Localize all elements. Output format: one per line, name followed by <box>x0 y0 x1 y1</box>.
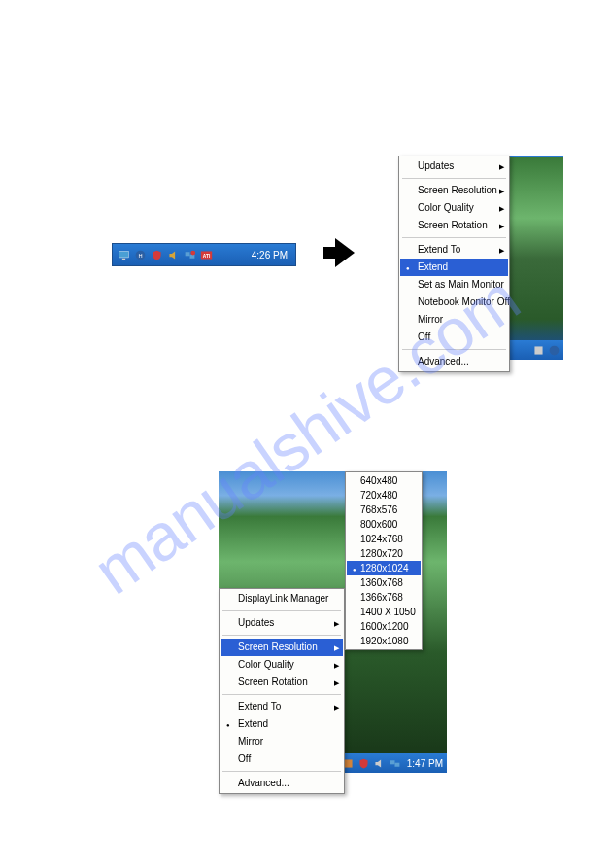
svg-text:H: H <box>138 252 142 258</box>
menu-item[interactable]: 720x480 <box>347 488 421 503</box>
menu-item[interactable]: 1400 X 1050 <box>347 605 421 619</box>
menu-separator <box>402 178 506 179</box>
resolution-submenu[interactable]: 640x480720x480768x576800x6001024x7681280… <box>345 471 423 650</box>
menu-item[interactable]: Off <box>221 750 343 768</box>
menu-item[interactable]: 768x576 <box>347 503 421 517</box>
menu-separator <box>402 349 506 350</box>
taskbar-strip <box>510 340 563 360</box>
audio-icon[interactable] <box>373 756 387 770</box>
svg-point-6 <box>190 250 195 255</box>
network-icon[interactable] <box>389 756 402 770</box>
menu-item[interactable]: 800x600 <box>347 517 421 532</box>
shield-icon[interactable] <box>150 248 163 261</box>
menu-item[interactable]: 1366x768 <box>347 590 421 605</box>
menu-separator <box>222 694 341 695</box>
shield-icon[interactable] <box>357 756 371 770</box>
network-icon[interactable] <box>183 248 196 261</box>
menu-item[interactable]: 1600x1200 <box>347 619 421 634</box>
menu-item[interactable]: Color Quality <box>221 656 343 674</box>
menu-item[interactable]: Mirror <box>221 733 343 750</box>
menu-item[interactable]: Advanced... <box>221 775 343 792</box>
menu-item[interactable]: Updates <box>221 614 343 632</box>
svg-point-10 <box>549 345 559 355</box>
menu-item[interactable]: 640x480 <box>347 473 421 488</box>
context-menu-1[interactable]: UpdatesScreen ResolutionColor QualityScr… <box>398 156 510 372</box>
menu-separator <box>402 237 506 238</box>
menu-item[interactable]: Advanced... <box>400 353 508 370</box>
hib-icon[interactable] <box>547 343 560 357</box>
taskbar-clock: 4:26 PM <box>252 250 291 260</box>
taskbar-clock-2: 1:47 PM <box>407 758 443 769</box>
desktop-background <box>510 156 563 360</box>
svg-rect-12 <box>345 759 353 767</box>
context-menu-2[interactable]: DisplayLink ManagerUpdatesScreen Resolut… <box>219 588 345 794</box>
menu-item[interactable]: Set as Main Monitor <box>400 276 508 294</box>
menu-item[interactable]: Off <box>400 329 508 346</box>
menu-item[interactable]: Screen Rotation <box>221 674 343 691</box>
menu-item[interactable]: Screen Resolution <box>221 639 343 656</box>
menu-item[interactable]: DisplayLink Manager <box>221 590 343 608</box>
menu-item[interactable]: 1920x1080 <box>347 634 421 648</box>
menu-item[interactable]: 1280x1024 <box>347 561 421 575</box>
audio-icon[interactable] <box>166 248 180 261</box>
arrow-right-icon <box>335 238 355 267</box>
hib-icon[interactable]: H <box>133 248 147 261</box>
menu-item[interactable]: Extend <box>400 259 508 276</box>
menu-item[interactable]: Color Quality <box>400 199 508 217</box>
menu-item[interactable]: 1360x768 <box>347 575 421 590</box>
taskbar[interactable]: H ATI 4:26 PM <box>112 243 296 266</box>
menu-item[interactable]: Screen Resolution <box>400 182 508 199</box>
svg-rect-14 <box>395 762 400 766</box>
menu-item[interactable]: Screen Rotation <box>400 217 508 234</box>
svg-rect-4 <box>185 252 189 256</box>
svg-rect-13 <box>390 760 395 764</box>
svg-text:ATI: ATI <box>202 253 210 258</box>
menu-separator <box>222 610 341 611</box>
svg-rect-9 <box>534 346 542 354</box>
menu-separator <box>222 635 341 636</box>
menu-item[interactable]: Extend <box>221 715 343 733</box>
ati-icon[interactable]: ATI <box>199 248 213 261</box>
menu-item[interactable]: Extend To <box>400 241 508 259</box>
figure-2: DisplayLink ManagerUpdatesScreen Resolut… <box>219 471 447 773</box>
menu-item[interactable]: Extend To <box>221 698 343 715</box>
menu-item[interactable]: Updates <box>400 157 508 175</box>
svg-rect-0 <box>119 251 128 258</box>
menu-item[interactable]: Mirror <box>400 311 508 329</box>
monitor-icon[interactable] <box>117 248 130 261</box>
tray-icon[interactable] <box>531 343 545 357</box>
svg-rect-1 <box>121 258 124 260</box>
menu-item[interactable]: 1280x720 <box>347 546 421 561</box>
figure-1: H ATI 4:26 PM UpdatesScreen ResolutionCo… <box>112 156 559 369</box>
menu-item[interactable]: Notebook Monitor Off <box>400 294 508 311</box>
menu-item[interactable]: 1024x768 <box>347 532 421 546</box>
menu-separator <box>222 771 341 772</box>
